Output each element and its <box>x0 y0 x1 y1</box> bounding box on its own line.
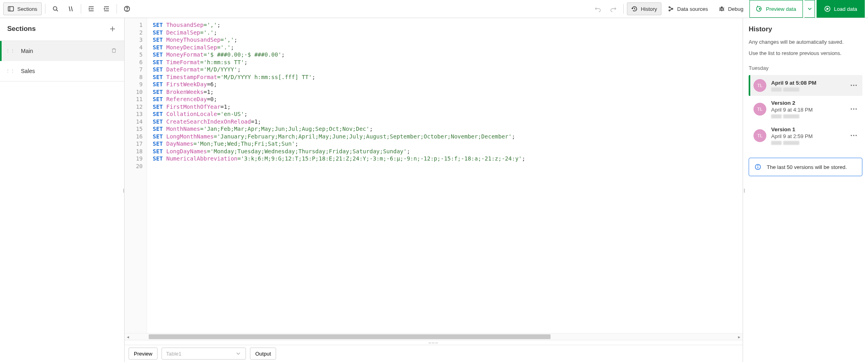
preview-icon <box>756 6 763 12</box>
help-icon <box>124 6 130 12</box>
resize-handle[interactable]: ═══ <box>125 340 743 345</box>
info-icon <box>755 164 761 170</box>
code-area[interactable]: SET ThousandSep=',';SET DecimalSep='.';S… <box>147 18 743 333</box>
debug-label: Debug <box>728 6 743 12</box>
separator <box>623 4 624 14</box>
svg-rect-30 <box>113 49 116 52</box>
comment-toggle-button[interactable] <box>64 2 78 15</box>
svg-line-5 <box>71 6 72 11</box>
svg-line-17 <box>670 8 671 9</box>
section-item-main[interactable]: ⋮⋮Main <box>0 41 124 61</box>
table-select[interactable]: Table1 <box>162 348 246 360</box>
redo-icon <box>610 6 616 12</box>
preview-data-label: Preview data <box>766 6 796 12</box>
history-item-name: Version 2 <box>771 100 844 106</box>
play-icon <box>824 6 831 12</box>
indent-button[interactable] <box>84 2 98 15</box>
help-button[interactable] <box>120 2 134 15</box>
splitter-left-icon[interactable]: || <box>123 188 123 192</box>
data-sources-label: Data sources <box>677 6 708 12</box>
history-desc-1: Any changes will be automatically saved. <box>749 38 862 46</box>
avatar: TL <box>753 129 766 142</box>
outdent-icon <box>103 6 110 12</box>
history-item-name: April 9 at 5:08 PM <box>771 80 844 86</box>
chevron-down-icon <box>807 6 813 12</box>
svg-point-16 <box>672 8 673 10</box>
load-data-label: Load data <box>834 6 857 12</box>
svg-point-14 <box>669 7 670 8</box>
svg-line-4 <box>69 6 70 11</box>
more-button[interactable]: ··· <box>849 132 859 140</box>
history-item-name: Version 1 <box>771 126 844 132</box>
history-desc-2: Use the list to restore previous version… <box>749 49 862 57</box>
sidebar-title: Sections <box>7 25 36 33</box>
history-item-user <box>771 141 844 145</box>
plus-icon <box>109 26 116 32</box>
avatar: TL <box>753 79 766 92</box>
code-editor[interactable]: 1234567891011121314151617181920 SET Thou… <box>125 18 743 333</box>
section-label: Sales <box>21 68 117 74</box>
history-item[interactable]: TLVersion 2April 9 at 4:18 PM··· <box>749 96 862 122</box>
history-button[interactable]: History <box>627 2 661 15</box>
datasource-icon <box>667 6 674 12</box>
drag-handle-icon[interactable]: ⋮⋮ <box>6 49 15 54</box>
add-section-button[interactable] <box>108 24 117 33</box>
horizontal-scrollbar[interactable]: ◄ ► <box>125 333 743 340</box>
sections-toggle-button[interactable]: Sections <box>3 2 42 15</box>
svg-point-35 <box>758 165 758 166</box>
data-sources-button[interactable]: Data sources <box>663 2 712 15</box>
bottom-bar: Preview Table1 Output <box>125 345 743 362</box>
search-button[interactable] <box>49 2 62 15</box>
svg-line-3 <box>56 10 58 12</box>
output-button[interactable]: Output <box>250 348 276 360</box>
preview-button[interactable]: Preview <box>129 348 158 360</box>
redo-button[interactable] <box>606 2 620 15</box>
undo-button[interactable] <box>591 2 605 15</box>
svg-point-15 <box>669 10 670 11</box>
preview-data-button[interactable]: Preview data <box>749 0 803 18</box>
more-button[interactable]: ··· <box>849 105 859 114</box>
svg-rect-0 <box>8 7 14 11</box>
scroll-thumb[interactable] <box>149 334 551 339</box>
separator <box>117 4 117 14</box>
debug-button[interactable]: Debug <box>714 2 748 15</box>
outdent-button[interactable] <box>100 2 113 15</box>
history-item[interactable]: TLApril 9 at 5:08 PM··· <box>749 75 862 96</box>
history-info-text: The last 50 versions will be stored. <box>767 164 847 170</box>
bug-icon <box>719 6 725 12</box>
toolbar: Sections History Data sources <box>0 0 868 18</box>
sections-toggle-label: Sections <box>17 6 37 12</box>
section-item-sales[interactable]: ⋮⋮Sales <box>0 61 124 81</box>
history-label: History <box>641 6 657 12</box>
comment-icon <box>68 6 74 12</box>
separator <box>45 4 45 14</box>
history-item-time: April 9 at 2:59 PM <box>771 133 844 139</box>
splitter-right-icon[interactable]: || <box>744 188 744 192</box>
svg-line-22 <box>723 8 724 8</box>
svg-point-2 <box>53 7 57 10</box>
history-icon <box>631 6 638 12</box>
history-item-time: April 9 at 4:18 PM <box>771 107 844 113</box>
delete-icon[interactable] <box>111 47 117 55</box>
history-item[interactable]: TLVersion 1April 9 at 2:59 PM··· <box>749 122 862 149</box>
preview-dropdown-button[interactable] <box>805 0 815 18</box>
sections-sidebar: Sections ⋮⋮Main⋮⋮Sales <box>0 18 125 362</box>
scroll-left-icon[interactable]: ◄ <box>125 334 131 340</box>
script-editor: || || 1234567891011121314151617181920 SE… <box>125 18 743 362</box>
avatar: TL <box>753 103 766 116</box>
section-label: Main <box>21 48 105 54</box>
svg-line-26 <box>723 10 724 11</box>
history-panel: History Any changes will be automaticall… <box>743 18 868 362</box>
history-title: History <box>749 25 862 33</box>
drag-handle-icon[interactable]: ⋮⋮ <box>6 69 15 74</box>
search-icon <box>52 6 59 12</box>
history-item-user <box>771 114 844 118</box>
history-item-user <box>771 87 844 92</box>
table-select-placeholder: Table1 <box>166 351 181 357</box>
load-data-button[interactable]: Load data <box>817 0 865 18</box>
chevron-down-icon <box>235 350 242 357</box>
history-day-label: Tuesday <box>749 65 862 71</box>
history-info-box: The last 50 versions will be stored. <box>749 158 862 176</box>
scroll-right-icon[interactable]: ► <box>736 334 743 340</box>
more-button[interactable]: ··· <box>849 81 859 90</box>
